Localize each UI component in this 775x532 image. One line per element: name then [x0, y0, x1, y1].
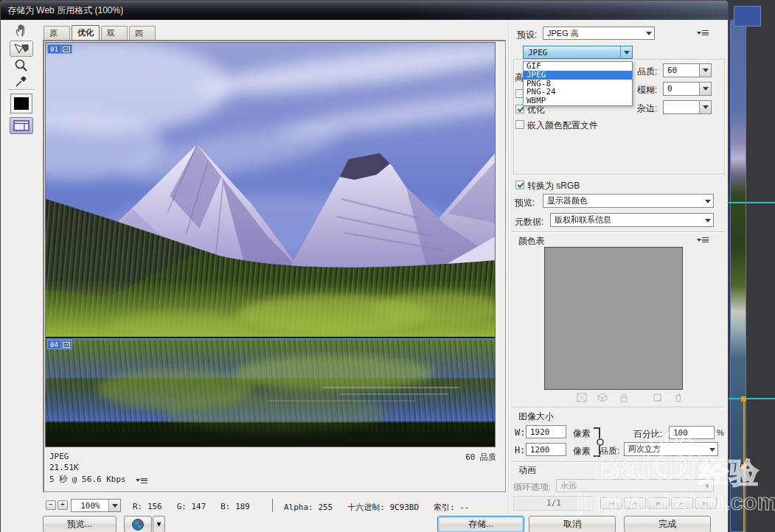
- toolbar-divider: [8, 89, 35, 90]
- cyan-guide-line: [726, 202, 775, 203]
- resample-quality-select[interactable]: 两次立方: [624, 442, 718, 456]
- optimized-preview-pane: 01 04 JPEG 21.51K 5 秒 @ 56.6 Kbps 60 品质: [43, 40, 506, 492]
- eyedropper-tool-icon[interactable]: [12, 73, 31, 89]
- zoom-tool-icon[interactable]: [12, 58, 31, 73]
- preview-mode-label: 预览:: [515, 197, 535, 209]
- slice-04-badge[interactable]: 04: [47, 340, 72, 349]
- slice-handle[interactable]: [741, 464, 746, 469]
- status-download-time: 5 秒 @ 56.6 Kbps: [49, 474, 147, 485]
- rgb-readout: R: 156 G: 147 B: 189: [133, 502, 250, 511]
- blur-label: 模糊:: [637, 84, 657, 97]
- metadata-label: 元数据:: [515, 216, 543, 228]
- percent-unit: %: [717, 428, 724, 437]
- status-format: JPEG: [49, 452, 69, 461]
- matte-chevron[interactable]: [699, 100, 712, 114]
- embed-color-profile-checkbox[interactable]: [515, 120, 524, 129]
- info-divider: [272, 499, 273, 512]
- new-color-icon[interactable]: [653, 393, 663, 402]
- browser-select-chevron[interactable]: ▾: [153, 516, 165, 532]
- convert-srgb-label: 转换为 sRGB: [527, 180, 580, 192]
- browser-globe-button[interactable]: [124, 516, 152, 532]
- alpha-hex-readout: Alpha: 255 十六进制: 9C93BD 索引: --: [284, 502, 470, 513]
- color-table-area: [544, 247, 683, 390]
- quality-slider-chevron[interactable]: [699, 63, 712, 77]
- format-option-jpeg[interactable]: JPEG: [524, 71, 632, 80]
- preset-select[interactable]: JPEG 高: [543, 27, 655, 40]
- current-color: [14, 97, 29, 110]
- chevron-down-icon: [705, 219, 711, 223]
- animation-title: 动画: [518, 464, 536, 477]
- next-frame-button: ▶: [671, 497, 693, 509]
- status-quality: 60 品质: [465, 452, 496, 463]
- width-label: W:: [515, 427, 525, 438]
- transparency-map-icon[interactable]: [577, 393, 587, 402]
- percent-input[interactable]: 100: [669, 426, 715, 439]
- done-button[interactable]: 完成: [624, 516, 711, 532]
- height-unit: 像素: [573, 445, 591, 458]
- delete-color-icon[interactable]: [673, 393, 684, 402]
- format-select[interactable]: JPEG: [523, 46, 633, 59]
- tab-2up[interactable]: 双联: [101, 26, 128, 40]
- slice-image-icon: [61, 340, 72, 349]
- loop-options-label: 循环选项:: [513, 481, 551, 494]
- cyan-guide-line: [726, 398, 775, 399]
- title-bar[interactable]: 存储为 Web 所用格式 (100%): [1, 1, 728, 20]
- width-input[interactable]: 1920: [526, 425, 566, 438]
- last-frame-button: ▶|: [695, 497, 717, 509]
- background-window-fragment: [734, 6, 761, 27]
- embed-color-profile-label: 嵌入颜色配置文件: [527, 119, 598, 132]
- blur-slider-chevron[interactable]: [699, 82, 712, 96]
- globe-icon: [131, 518, 145, 531]
- workspace-backdrop: [726, 0, 775, 532]
- height-label: H:: [515, 445, 525, 455]
- chevron-down-icon[interactable]: [108, 500, 120, 511]
- preview-mode-select[interactable]: 显示器颜色: [543, 194, 714, 208]
- convert-srgb-checkbox[interactable]: [515, 181, 524, 189]
- save-for-web-dialog: 存储为 Web 所用格式 (100%) 原稿 优化 双联 四联: [0, 0, 729, 532]
- matte-input[interactable]: [663, 100, 700, 114]
- matte-label: 杂边:: [637, 102, 657, 115]
- toggle-slices-visibility-button[interactable]: [10, 117, 33, 134]
- zoom-in-button[interactable]: +: [58, 500, 68, 510]
- save-for-web-screen: 存储为 Web 所用格式 (100%) 原稿 优化 双联 四联: [0, 0, 775, 532]
- tab-original[interactable]: 原稿: [44, 26, 70, 40]
- slice-select-tool-button[interactable]: [10, 41, 33, 57]
- image-size-title: 图像大小: [518, 410, 554, 423]
- web-shift-cube-icon[interactable]: [597, 393, 608, 402]
- zoom-out-button[interactable]: −: [46, 500, 56, 510]
- tab-optimized[interactable]: 优化: [72, 25, 100, 40]
- frame-counter: 1/1: [513, 496, 594, 511]
- blur-input[interactable]: 0: [663, 82, 700, 96]
- color-table-menu-icon[interactable]: [697, 237, 709, 242]
- pane-divider: [508, 23, 509, 514]
- zoom-level-select[interactable]: 100%: [71, 499, 121, 512]
- height-input[interactable]: 1200: [526, 443, 566, 456]
- slice-handle[interactable]: [741, 396, 746, 402]
- slice-01-badge[interactable]: 01: [47, 44, 72, 54]
- save-button[interactable]: 存储...: [437, 516, 524, 532]
- eyedropper-color-swatch[interactable]: [10, 94, 32, 113]
- status-filesize: 21.51K: [49, 463, 79, 472]
- preset-label: 预设:: [517, 29, 537, 41]
- tab-4up[interactable]: 四联: [129, 26, 156, 40]
- play-button: ▶: [647, 497, 670, 509]
- quality-label: 品质:: [637, 66, 657, 78]
- previous-frame-button: ◀: [624, 497, 646, 509]
- slice-boundary-line: [46, 338, 495, 340]
- image-preview-canvas[interactable]: 01 04: [45, 42, 496, 447]
- first-frame-button: |◀: [600, 497, 622, 509]
- info-bar: − + 100% R: 156 G: 147 B: 189 Alpha: 255…: [43, 496, 507, 515]
- hand-tool-icon[interactable]: [11, 22, 32, 38]
- chevron-down-icon: [705, 200, 711, 203]
- format-option-wbmp[interactable]: WBMP: [524, 97, 632, 105]
- cancel-button[interactable]: 取消: [529, 516, 616, 532]
- section-divider: [512, 231, 725, 232]
- metadata-select[interactable]: 版权和联系信息: [550, 213, 714, 227]
- optimize-menu-icon[interactable]: [697, 30, 709, 35]
- quality-input[interactable]: 60: [663, 63, 700, 77]
- preview-in-browser-button[interactable]: 预览...: [43, 516, 117, 532]
- section-divider: [512, 461, 725, 462]
- chevron-down-icon: [646, 32, 652, 35]
- lock-color-icon[interactable]: [619, 393, 629, 402]
- download-speed-menu-icon[interactable]: [136, 478, 147, 483]
